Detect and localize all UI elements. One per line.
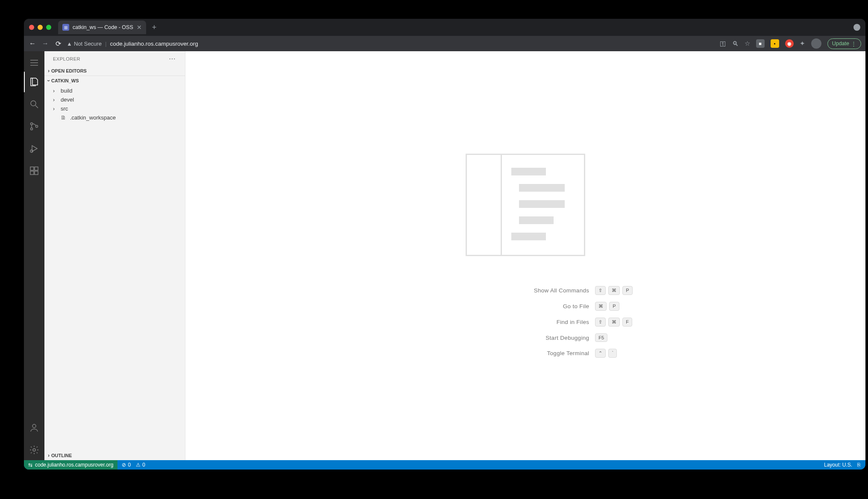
- hint-label: Start Debugging: [418, 335, 589, 341]
- error-count: 0: [128, 462, 131, 468]
- sidebar-title: EXPLORER: [53, 56, 169, 61]
- svg-rect-5: [30, 167, 34, 170]
- key-icon[interactable]: ⚿: [720, 40, 726, 47]
- forward-button[interactable]: →: [41, 40, 50, 47]
- warning-icon: ▲: [67, 41, 72, 47]
- layout-label: Layout: U.S.: [824, 462, 852, 468]
- svg-rect-8: [35, 171, 38, 175]
- extensions-tab[interactable]: [24, 160, 44, 181]
- file-label: .catkin_workspace: [70, 114, 116, 121]
- extensions-puzzle-icon[interactable]: ✦: [800, 40, 805, 47]
- file-catkin-workspace[interactable]: 🗎 .catkin_workspace: [44, 113, 185, 122]
- extension-icon-2[interactable]: ▪: [771, 39, 779, 48]
- bookmark-star-icon[interactable]: ☆: [745, 40, 750, 47]
- hint-label: Show All Commands: [418, 287, 589, 294]
- back-button[interactable]: ←: [28, 40, 37, 47]
- reload-button[interactable]: ⟳: [54, 40, 62, 48]
- keyboard-hints: Show All Commands ⇧ ⌘ P Go to File ⌘ P F: [418, 286, 632, 358]
- tab-title: catkin_ws — Code - OSS: [73, 24, 133, 30]
- hint-go-to-file: Go to File ⌘ P: [418, 302, 632, 311]
- tab-strip: ⊞ catkin_ws — Code - OSS ✕ +: [24, 19, 865, 36]
- keycap-ctrl: ⌃: [595, 349, 606, 358]
- keycap-f: F: [622, 318, 632, 327]
- zoom-icon[interactable]: 🔍︎: [732, 40, 739, 47]
- hint-label: Go to File: [418, 303, 589, 309]
- error-icon: ⊘: [122, 462, 126, 468]
- svg-point-10: [33, 449, 35, 451]
- window-minimize-button[interactable]: [38, 25, 43, 30]
- warning-count: 0: [142, 462, 145, 468]
- menu-button[interactable]: [24, 55, 44, 70]
- keycap-cmd: ⌘: [595, 302, 607, 311]
- hint-label: Toggle Terminal: [418, 350, 589, 356]
- editor-empty-state: Show All Commands ⇧ ⌘ P Go to File ⌘ P F: [185, 51, 865, 460]
- hint-toggle-terminal: Toggle Terminal ⌃ `: [418, 349, 632, 358]
- svg-point-1: [31, 123, 33, 125]
- svg-rect-6: [35, 167, 38, 170]
- folder-src[interactable]: › src: [44, 104, 185, 113]
- explorer-tab[interactable]: [24, 72, 44, 92]
- keyboard-layout-indicator[interactable]: Layout: U.S.: [824, 462, 852, 468]
- update-button[interactable]: Update ⋮: [827, 38, 861, 49]
- svg-point-0: [31, 101, 36, 106]
- remote-host-label: code.julianho.ros.campusrover.org: [35, 462, 113, 468]
- file-tree: › build › devel › src 🗎 .catkin_workspac…: [44, 85, 185, 123]
- url-field[interactable]: ▲ Not Secure | code.julianho.ros.campusr…: [67, 41, 716, 47]
- browser-tab[interactable]: ⊞ catkin_ws — Code - OSS ✕: [58, 20, 146, 34]
- extension-icon-1[interactable]: ■: [756, 39, 765, 48]
- activity-bar: [24, 51, 44, 460]
- keycap-p: P: [622, 286, 632, 295]
- folder-devel[interactable]: › devel: [44, 95, 185, 104]
- close-tab-button[interactable]: ✕: [137, 24, 142, 31]
- feedback-icon[interactable]: ⎘: [857, 462, 860, 468]
- warning-icon: ⚠: [136, 462, 141, 468]
- extension-icon-3[interactable]: ◉: [785, 39, 794, 48]
- vscode-app: EXPLORER ⋯ › OPEN EDITORS › CATKIN_WS › …: [24, 51, 865, 460]
- svg-point-2: [31, 128, 33, 130]
- sidebar-more-button[interactable]: ⋯: [169, 55, 176, 63]
- window-close-button[interactable]: [29, 25, 34, 30]
- keycap-shift: ⇧: [595, 286, 606, 295]
- keycap-p: P: [609, 302, 619, 311]
- keycap-cmd: ⌘: [608, 286, 620, 295]
- status-bar: ⇆ code.julianho.ros.campusrover.org ⊘ 0 …: [24, 460, 865, 470]
- profile-avatar[interactable]: [811, 38, 821, 49]
- outline-section[interactable]: › OUTLINE: [44, 451, 185, 460]
- keycap-backtick: `: [608, 349, 617, 358]
- workspace-section[interactable]: › CATKIN_WS: [44, 76, 185, 85]
- source-control-tab[interactable]: [24, 116, 44, 137]
- accounts-button[interactable]: [24, 417, 44, 438]
- new-tab-button[interactable]: +: [150, 23, 159, 32]
- search-tab[interactable]: [24, 94, 44, 114]
- account-indicator-icon[interactable]: [853, 24, 860, 31]
- chevron-right-icon: ›: [48, 68, 50, 74]
- settings-gear-button[interactable]: [24, 440, 44, 460]
- keycap-shift: ⇧: [595, 318, 606, 327]
- sidebar-header: EXPLORER ⋯: [44, 51, 185, 66]
- remote-indicator[interactable]: ⇆ code.julianho.ros.campusrover.org: [24, 460, 117, 470]
- hint-find-in-files: Find in Files ⇧ ⌘ F: [418, 318, 632, 327]
- open-editors-section[interactable]: › OPEN EDITORS: [44, 66, 185, 76]
- outline-label: OUTLINE: [51, 453, 72, 458]
- hint-show-commands: Show All Commands ⇧ ⌘ P: [418, 286, 632, 295]
- url-text: code.julianho.ros.campusrover.org: [110, 41, 198, 47]
- chevron-right-icon: ›: [48, 452, 50, 458]
- chevron-right-icon: ›: [53, 106, 58, 112]
- run-debug-tab[interactable]: [24, 138, 44, 159]
- svg-point-3: [36, 125, 38, 128]
- address-bar: ← → ⟳ ▲ Not Secure | code.julianho.ros.c…: [24, 36, 865, 51]
- window-maximize-button[interactable]: [46, 25, 51, 30]
- svg-rect-7: [30, 171, 34, 175]
- folder-build[interactable]: › build: [44, 86, 185, 95]
- workspace-label: CATKIN_WS: [51, 78, 79, 83]
- folder-label: build: [61, 88, 72, 94]
- chevron-right-icon: ›: [53, 97, 58, 103]
- keycap-f5: F5: [595, 333, 607, 342]
- bell-icon: ⎘: [857, 462, 860, 468]
- chevron-down-icon: ›: [46, 80, 52, 82]
- not-secure-warning[interactable]: ▲ Not Secure: [67, 41, 102, 47]
- hint-start-debugging: Start Debugging F5: [418, 333, 632, 342]
- warnings-indicator[interactable]: ⚠ 0: [136, 462, 145, 468]
- chevron-right-icon: ›: [53, 88, 58, 94]
- errors-indicator[interactable]: ⊘ 0: [122, 462, 131, 468]
